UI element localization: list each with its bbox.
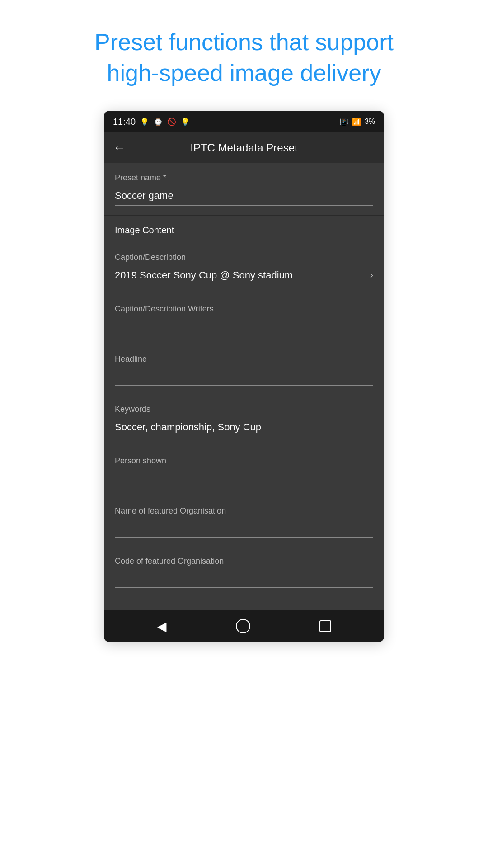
caption-writers-field[interactable] <box>115 317 373 335</box>
heading-line1: Preset functions that support <box>94 29 394 55</box>
wifi-icon: 📶 <box>352 118 361 126</box>
keywords-value: Soccer, championship, Sony Cup <box>115 421 261 433</box>
recent-apps-button[interactable] <box>319 620 331 632</box>
vibrate-icon: 📳 <box>339 118 348 126</box>
notification-icon-2: ⌚ <box>154 118 163 126</box>
notification-icon-1: 💡 <box>140 118 149 126</box>
headline-section: Headline <box>104 344 384 386</box>
preset-name-label: Preset name * <box>115 173 373 183</box>
status-right: 📳 📶 3% <box>339 118 375 126</box>
person-shown-section: Person shown <box>104 446 384 487</box>
org-code-section: Code of featured Organisation <box>104 547 384 610</box>
app-bar: ← IPTC Metadata Preset <box>104 132 384 163</box>
caption-section: Caption/Description 2019 Soccer Sony Cup… <box>104 243 384 285</box>
person-shown-field[interactable] <box>115 469 373 487</box>
home-nav-button[interactable] <box>236 619 250 633</box>
battery-text: 3% <box>365 118 375 126</box>
headline-field[interactable] <box>115 368 373 386</box>
back-button[interactable]: ← <box>113 141 126 155</box>
image-content-header: Image Content <box>104 216 384 243</box>
navigation-bar: ◀ <box>104 610 384 642</box>
caption-writers-label: Caption/Description Writers <box>115 304 373 314</box>
caption-chevron-icon: › <box>370 269 373 281</box>
notification-icon-4: 💡 <box>181 118 190 126</box>
notification-icon-3: 🚫 <box>167 118 176 126</box>
app-bar-title: IPTC Metadata Preset <box>135 142 353 154</box>
keywords-label: Keywords <box>115 405 373 414</box>
org-name-section: Name of featured Organisation <box>104 496 384 538</box>
caption-field[interactable]: 2019 Soccer Sony Cup @ Sony stadium › <box>115 266 373 285</box>
keywords-field[interactable]: Soccer, championship, Sony Cup <box>115 418 373 437</box>
headline-label: Headline <box>115 354 373 364</box>
heading-line2: high-speed image delivery <box>107 60 381 86</box>
preset-name-section: Preset name * Soccer game <box>104 163 384 206</box>
person-shown-label: Person shown <box>115 456 373 466</box>
preset-name-field[interactable]: Soccer game <box>115 186 373 206</box>
phone-mockup: 11:40 💡 ⌚ 🚫 💡 📳 📶 3% ← IPTC Metadata Pre… <box>104 111 384 642</box>
status-left: 11:40 💡 ⌚ 🚫 💡 <box>113 117 190 127</box>
status-bar: 11:40 💡 ⌚ 🚫 💡 📳 📶 3% <box>104 111 384 132</box>
org-name-field[interactable] <box>115 519 373 538</box>
org-name-label: Name of featured Organisation <box>115 506 373 516</box>
back-nav-button[interactable]: ◀ <box>157 619 167 634</box>
status-time: 11:40 <box>113 117 136 127</box>
page-heading: Preset functions that support high-speed… <box>58 0 430 111</box>
caption-writers-section: Caption/Description Writers <box>104 294 384 335</box>
caption-label: Caption/Description <box>115 253 373 262</box>
keywords-section: Keywords Soccer, championship, Sony Cup <box>104 395 384 437</box>
form-content: Preset name * Soccer game Image Content … <box>104 163 384 610</box>
org-code-label: Code of featured Organisation <box>115 557 373 566</box>
org-code-field[interactable] <box>115 570 373 588</box>
preset-name-value: Soccer game <box>115 190 174 202</box>
caption-value: 2019 Soccer Sony Cup @ Sony stadium <box>115 269 293 281</box>
